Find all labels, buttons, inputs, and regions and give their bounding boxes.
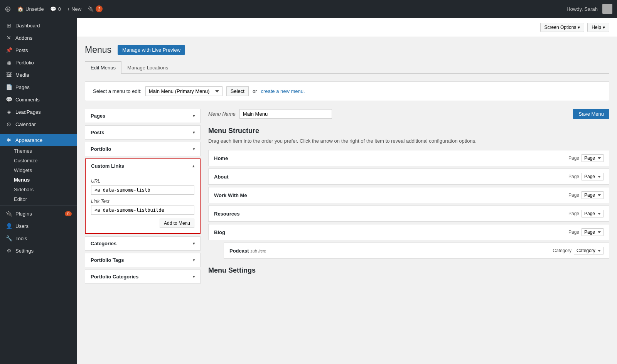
home-icon: 🏠 (17, 6, 24, 12)
menu-items-column: Pages ▾ Posts ▾ Portfoli (85, 109, 201, 286)
tab-navigation: Edit Menus Manage Locations (85, 61, 609, 74)
select-button[interactable]: Select (226, 86, 249, 96)
avatar[interactable] (602, 4, 612, 14)
accordion-header-portfolio-tags[interactable]: Portfolio Tags ▾ (85, 253, 200, 267)
sidebar-item-tools[interactable]: 🔧 Tools (0, 232, 77, 244)
wp-logo-icon[interactable]: ⊕ (5, 4, 11, 13)
chevron-down-icon: ▾ (193, 241, 195, 246)
sidebar-item-posts[interactable]: 📌 Posts (0, 44, 77, 56)
comments-icon: 💬 (50, 6, 56, 12)
tab-edit-menus[interactable]: Edit Menus (85, 61, 121, 74)
link-text-input[interactable] (91, 206, 194, 215)
submenu-sidebars[interactable]: Sidebars (0, 185, 77, 194)
submenu-widgets[interactable]: Widgets (0, 165, 77, 175)
menu-structure-title: Menu Structure (208, 127, 609, 135)
sidebar-item-comments[interactable]: 💬 Comments (0, 93, 77, 106)
submenu-themes[interactable]: Themes (0, 146, 77, 156)
sidebar-item-addons[interactable]: ✕ Addons (0, 32, 77, 44)
help-button[interactable]: Help ▾ (587, 23, 609, 32)
chevron-down-icon: ▾ (193, 258, 195, 262)
screen-options-button[interactable]: Screen Options ▾ (540, 23, 585, 32)
sidebar-item-calendar[interactable]: ⊙ Calendar (0, 118, 77, 130)
accordion-posts: Posts ▾ (85, 125, 201, 140)
accordion-categories: Categories ▾ (85, 236, 201, 251)
dashboard-icon: ⊞ (5, 22, 12, 29)
menu-item-type-select-work-with-me[interactable]: Page (582, 191, 604, 199)
addons-icon: ✕ (5, 35, 12, 41)
plugins-icon[interactable]: 🔌 2 (88, 5, 103, 12)
chevron-down-icon: ▾ (578, 25, 580, 30)
sidebar-item-pages[interactable]: 📄 Pages (0, 81, 77, 93)
add-to-menu-button[interactable]: Add to Menu (160, 219, 194, 228)
accordion-header-portfolio[interactable]: Portfolio ▾ (85, 142, 200, 156)
page-header: Menus Manage with Live Preview (85, 45, 609, 55)
create-new-menu-link[interactable]: create a new menu. (261, 88, 305, 94)
select-menu-label: Select a menu to edit: (93, 88, 142, 94)
sidebar-item-leadpages[interactable]: ◈ LeadPages (0, 106, 77, 118)
accordion-header-custom-links[interactable]: Custom Links ▴ (86, 159, 200, 173)
comments-sidebar-icon: 💬 (5, 96, 12, 103)
menu-item-type-select-resources[interactable]: Page (582, 210, 604, 217)
menu-item-about[interactable]: About Page Page (208, 169, 609, 185)
menu-item-resources[interactable]: Resources Page Page (208, 206, 609, 222)
sidebar-item-users[interactable]: 👤 Users (0, 220, 77, 232)
accordion-header-pages[interactable]: Pages ▾ (85, 109, 200, 123)
menu-item-type-select-blog[interactable]: Page (582, 228, 604, 236)
menu-settings-title: Menu Settings (208, 266, 609, 275)
sidebar-item-plugins[interactable]: 🔌 Plugins 0 (0, 207, 77, 220)
accordion-pages: Pages ▾ (85, 109, 201, 123)
appearance-icon: ✱ (5, 137, 12, 143)
page-title: Menus (85, 45, 111, 55)
sidebar-item-portfolio[interactable]: ▦ Portfolio (0, 56, 77, 69)
link-text-label: Link Text (91, 199, 194, 204)
chevron-down-icon: ▾ (193, 275, 195, 279)
main-content: Screen Options ▾ Help ▾ Menus Manage wit… (77, 18, 617, 364)
accordion-header-posts[interactable]: Posts ▾ (85, 126, 200, 139)
url-input[interactable] (91, 185, 194, 195)
submenu-menus[interactable]: Menus (0, 175, 77, 185)
menu-name-label: Menu Name (208, 111, 236, 117)
posts-icon: 📌 (5, 47, 12, 53)
custom-links-body: URL Link Text Add to Menu (86, 173, 200, 233)
new-content-button[interactable]: + New (67, 6, 81, 12)
top-bar: Screen Options ▾ Help ▾ (77, 18, 617, 37)
sidebar-item-media[interactable]: 🖼 Media (0, 69, 77, 81)
chevron-up-icon: ▴ (192, 164, 194, 168)
chevron-down-icon: ▾ (193, 130, 195, 135)
menu-select[interactable]: Main Menu (Primary Menu) (145, 86, 223, 96)
accordion-custom-links: Custom Links ▴ URL Link Text (85, 158, 201, 234)
site-name[interactable]: 🏠 Unsettle (17, 6, 44, 12)
submenu-customize[interactable]: Customize (0, 156, 77, 165)
users-icon: 👤 (5, 223, 12, 229)
settings-icon: ⚙ (5, 248, 12, 254)
menu-structure-hint: Drag each item into the order you prefer… (208, 138, 609, 144)
portfolio-icon: ▦ (5, 59, 12, 66)
calendar-icon: ⊙ (5, 121, 12, 127)
pages-icon: 📄 (5, 84, 12, 90)
chevron-down-icon: ▾ (603, 25, 605, 30)
sidebar-item-dashboard[interactable]: ⊞ Dashboard (0, 19, 77, 32)
sidebar-item-settings[interactable]: ⚙ Settings (0, 244, 77, 257)
sidebar: ⊞ Dashboard ✕ Addons 📌 Posts ▦ Portfolio… (0, 18, 77, 364)
url-label: URL (91, 179, 194, 184)
save-menu-button[interactable]: Save Menu (573, 109, 609, 119)
menu-item-type-select-about[interactable]: Page (582, 173, 604, 180)
comments-link[interactable]: 💬 0 (50, 6, 61, 12)
menu-item-type-select-home[interactable]: Page (582, 154, 604, 162)
accordion-header-portfolio-categories[interactable]: Portfolio Categories ▾ (85, 270, 200, 283)
plugins-sidebar-icon: 🔌 (5, 211, 12, 217)
menu-item-blog[interactable]: Blog Page Page (208, 224, 609, 240)
sidebar-item-appearance[interactable]: ✱ Appearance (0, 134, 77, 146)
menu-item-home[interactable]: Home Page Page (208, 150, 609, 166)
menu-item-work-with-me[interactable]: Work With Me Page Page (208, 187, 609, 203)
sidebar-separator (0, 132, 77, 132)
accordion-header-categories[interactable]: Categories ▾ (85, 237, 200, 250)
submenu-editor[interactable]: Editor (0, 194, 77, 204)
menu-item-type-select-podcast[interactable]: Category (574, 247, 604, 254)
leadpages-icon: ◈ (5, 109, 12, 115)
menu-item-podcast[interactable]: Podcast sub item Category Category (224, 243, 609, 259)
live-preview-button[interactable]: Manage with Live Preview (118, 45, 185, 55)
menu-name-input[interactable] (239, 109, 332, 119)
or-text: or (253, 88, 257, 94)
tab-manage-locations[interactable]: Manage Locations (121, 61, 174, 74)
